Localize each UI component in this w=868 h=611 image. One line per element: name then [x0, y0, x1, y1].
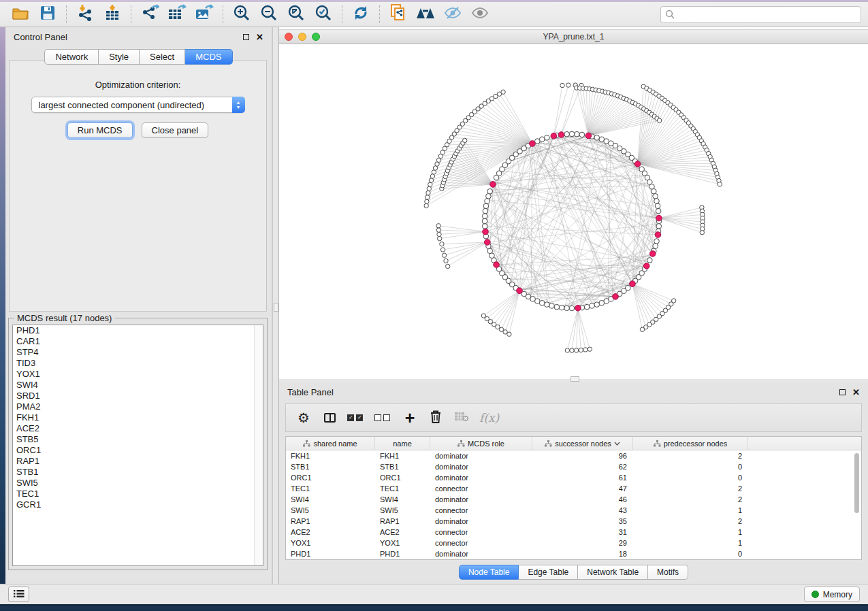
mcds-result-item[interactable]: YOX1	[13, 369, 263, 380]
table-cell[interactable]: RAP1	[286, 517, 375, 525]
network-node[interactable]	[481, 314, 485, 318]
network-node[interactable]	[539, 137, 545, 142]
mcds-result-item[interactable]: SRD1	[13, 391, 263, 401]
network-node[interactable]	[657, 118, 661, 122]
tab-node-table[interactable]: Node Table	[459, 565, 519, 580]
float-panel-icon[interactable]	[243, 34, 249, 40]
network-node[interactable]	[640, 327, 644, 331]
mcds-node[interactable]	[530, 141, 536, 147]
network-node[interactable]	[656, 208, 661, 214]
network-node[interactable]	[482, 218, 487, 224]
table-row[interactable]: FKH1FKH1dominator962	[286, 450, 861, 461]
table-cell[interactable]: TEC1	[286, 484, 375, 493]
network-node[interactable]	[426, 191, 430, 195]
mcds-result-item[interactable]: PMA2	[13, 401, 263, 412]
network-node[interactable]	[485, 199, 490, 204]
network-node[interactable]	[425, 199, 429, 203]
tab-edge-table[interactable]: Edge Table	[519, 565, 578, 580]
table-cell[interactable]: connector	[430, 539, 532, 547]
column-header-predecessor-nodes[interactable]: predecessor nodes	[633, 437, 748, 450]
table-row[interactable]: PHD1PHD1dominator180	[286, 548, 861, 559]
mcds-node[interactable]	[551, 133, 557, 139]
table-cell[interactable]: 43	[532, 506, 633, 514]
table-cell[interactable]: 35	[532, 517, 633, 525]
mcds-node[interactable]	[483, 229, 489, 235]
network-node[interactable]	[565, 348, 569, 352]
network-node[interactable]	[501, 90, 505, 94]
network-node[interactable]	[425, 195, 430, 199]
mcds-node[interactable]	[649, 251, 656, 257]
network-node[interactable]	[579, 132, 585, 137]
export-network-button[interactable]	[136, 3, 163, 25]
table-cell[interactable]: 1	[633, 539, 748, 547]
table-cell[interactable]: 0	[633, 550, 748, 558]
network-node[interactable]	[588, 347, 592, 351]
table-cell[interactable]: 1	[633, 528, 748, 536]
network-node[interactable]	[440, 248, 445, 252]
network-node[interactable]	[653, 244, 658, 249]
mcds-list-scrollbar[interactable]	[254, 325, 263, 565]
network-node[interactable]	[482, 214, 487, 219]
mcds-node[interactable]	[613, 294, 619, 300]
network-node[interactable]	[653, 194, 658, 199]
table-cell[interactable]: 0	[633, 474, 748, 482]
mcds-node[interactable]	[655, 232, 661, 238]
zoom-out-button[interactable]	[255, 3, 283, 25]
close-panel-icon[interactable]: ✕	[256, 33, 263, 42]
mcds-node[interactable]	[485, 240, 491, 246]
network-node[interactable]	[566, 83, 570, 87]
network-node[interactable]	[440, 242, 444, 246]
table-cell[interactable]: YOX1	[375, 539, 430, 547]
network-node[interactable]	[442, 253, 446, 257]
vertical-splitter[interactable]	[272, 27, 279, 584]
mcds-result-item[interactable]: SWI5	[13, 478, 263, 489]
network-node[interactable]	[438, 236, 442, 240]
select-all-button[interactable]	[347, 408, 365, 427]
tab-select[interactable]: Select	[140, 49, 185, 65]
network-node[interactable]	[444, 259, 448, 263]
network-node[interactable]	[427, 186, 431, 191]
mcds-result-list[interactable]: PHD1CAR1STP4TID3YOX1SWI4SRD1PMA2FKH1ACE2…	[12, 325, 263, 566]
network-node[interactable]	[656, 224, 662, 229]
table-row[interactable]: ORC1ORC1dominator610	[286, 472, 861, 483]
delete-table-button[interactable]	[453, 408, 470, 427]
network-canvas[interactable]	[279, 44, 868, 378]
mcds-result-item[interactable]: ACE2	[13, 423, 263, 434]
network-node[interactable]	[594, 302, 600, 308]
criterion-dropdown[interactable]: largest connected component (undirected)…	[31, 97, 245, 113]
network-node[interactable]	[599, 301, 605, 306]
network-node[interactable]	[463, 138, 467, 142]
table-row[interactable]: STB1STB1dominator620	[286, 461, 861, 472]
tab-motifs[interactable]: Motifs	[648, 565, 688, 580]
table-cell[interactable]: TEC1	[375, 484, 430, 493]
network-node[interactable]	[554, 304, 560, 310]
memory-button[interactable]: Memory	[804, 587, 860, 602]
zoom-selected-button[interactable]	[310, 3, 337, 25]
table-cell[interactable]: PHD1	[286, 550, 375, 558]
table-row[interactable]: ACE2ACE2connector311	[286, 527, 861, 538]
tab-mcds[interactable]: MCDS	[185, 49, 232, 65]
scrollbar-thumb[interactable]	[854, 453, 859, 513]
table-cell[interactable]: RAP1	[375, 517, 430, 525]
table-cell[interactable]: dominator	[430, 495, 532, 503]
network-node[interactable]	[718, 182, 722, 186]
open-file-button[interactable]	[7, 3, 34, 25]
close-panel-icon[interactable]: ✕	[852, 388, 860, 397]
table-cell[interactable]: connector	[430, 506, 532, 514]
mcds-result-item[interactable]: ORC1	[13, 445, 263, 456]
network-node[interactable]	[570, 348, 574, 352]
table-settings-button[interactable]: ⚙	[295, 408, 312, 427]
float-panel-icon[interactable]	[839, 389, 846, 395]
tab-network-table[interactable]: Network Table	[578, 565, 648, 580]
zoom-in-button[interactable]	[228, 3, 255, 25]
table-row[interactable]: SWI5SWI5connector431	[286, 505, 861, 516]
tab-style[interactable]: Style	[99, 49, 140, 65]
table-cell[interactable]: 2	[633, 495, 748, 503]
table-cell[interactable]: 61	[532, 474, 633, 482]
table-row[interactable]: YOX1YOX1connector291	[286, 538, 861, 548]
column-header-name[interactable]: name	[375, 437, 430, 450]
table-cell[interactable]: STB1	[286, 463, 375, 471]
mcds-node[interactable]	[630, 281, 636, 287]
network-node[interactable]	[700, 231, 704, 235]
mcds-result-item[interactable]: SWI4	[13, 380, 263, 391]
